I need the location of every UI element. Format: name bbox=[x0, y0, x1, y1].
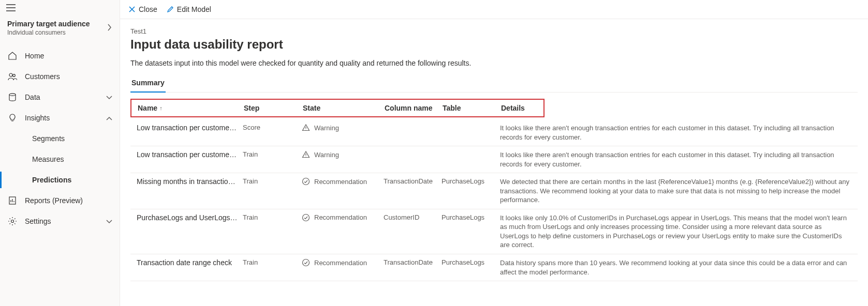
tab-strip: Summary bbox=[130, 74, 858, 93]
page-description: The datasets input into this model were … bbox=[130, 59, 858, 67]
people-icon bbox=[7, 71, 18, 82]
chevron-right-icon bbox=[107, 24, 112, 33]
cell-state: Recommendation bbox=[302, 258, 384, 267]
nav-home[interactable]: Home bbox=[0, 45, 120, 66]
svg-point-0 bbox=[9, 73, 12, 76]
cell-state-label: Recommendation bbox=[314, 178, 367, 186]
table-row[interactable]: Low transaction per customer (s...TrainW… bbox=[130, 146, 858, 173]
report-icon bbox=[7, 195, 18, 206]
nav-label: Data bbox=[25, 93, 106, 101]
tab-summary[interactable]: Summary bbox=[130, 74, 166, 92]
cell-step: Train bbox=[243, 177, 302, 185]
svg-point-4 bbox=[11, 220, 14, 223]
table-row[interactable]: Missing months in transactions ...TrainR… bbox=[130, 173, 858, 209]
col-header-table[interactable]: Table bbox=[443, 104, 501, 112]
breadcrumb: Test1 bbox=[130, 27, 858, 35]
col-header-state[interactable]: State bbox=[303, 104, 385, 112]
cell-column: CustomerID bbox=[384, 213, 442, 221]
nav-settings[interactable]: Settings bbox=[0, 211, 120, 232]
cell-state: Recommendation bbox=[302, 213, 384, 222]
audience-title: Primary target audience bbox=[7, 20, 90, 28]
edit-model-button[interactable]: Edit Model bbox=[167, 5, 211, 13]
svg-point-2 bbox=[9, 94, 16, 96]
data-icon bbox=[7, 92, 18, 102]
hamburger-icon bbox=[6, 4, 16, 11]
nav-predictions[interactable]: Predictions bbox=[0, 170, 120, 190]
cell-table: PurchaseLogs bbox=[442, 258, 500, 266]
nav-reports[interactable]: Reports (Preview) bbox=[0, 190, 120, 211]
cell-step: Train bbox=[243, 150, 302, 158]
table-row[interactable]: Low transaction per customer (s...ScoreW… bbox=[130, 119, 858, 146]
cell-step: Train bbox=[243, 258, 302, 266]
cell-state: Warning bbox=[302, 150, 384, 159]
cell-name: Low transaction per customer (s... bbox=[137, 124, 243, 132]
nav-customers[interactable]: Customers bbox=[0, 66, 120, 87]
cell-state-label: Recommendation bbox=[314, 259, 367, 267]
cell-column: TransactionDate bbox=[384, 258, 442, 266]
nav-label: Home bbox=[25, 52, 112, 60]
page-title: Input data usability report bbox=[130, 37, 858, 52]
cell-name: Low transaction per customer (s... bbox=[137, 150, 243, 159]
cell-state-label: Recommendation bbox=[314, 213, 367, 221]
nav-label: Insights bbox=[25, 114, 106, 122]
sidebar: Primary target audience Individual consu… bbox=[0, 0, 120, 306]
command-bar: Close Edit Model bbox=[120, 0, 868, 19]
cell-details: Data history spans more than 10 years. W… bbox=[500, 258, 851, 277]
recommendation-icon bbox=[302, 258, 310, 267]
cell-details: We detected that there are certain month… bbox=[500, 177, 851, 205]
cell-details: It looks like there aren't enough transa… bbox=[500, 124, 851, 142]
table-row[interactable]: Transaction date range checkTrainRecomme… bbox=[130, 254, 858, 281]
close-icon bbox=[128, 6, 136, 13]
close-button[interactable]: Close bbox=[128, 5, 157, 13]
warning-icon bbox=[302, 124, 310, 132]
chevron-down-icon bbox=[106, 93, 112, 101]
audience-switcher[interactable]: Primary target audience Individual consu… bbox=[0, 14, 120, 43]
cell-state-label: Warning bbox=[314, 151, 339, 159]
cell-table: PurchaseLogs bbox=[442, 177, 500, 185]
grid-header-row: Name ↑ Step State Column name Table Deta… bbox=[130, 99, 545, 117]
nav-label: Segments bbox=[32, 134, 112, 143]
cell-state: Warning bbox=[302, 124, 384, 132]
nav-insights[interactable]: Insights bbox=[0, 108, 120, 128]
recommendation-icon bbox=[302, 213, 310, 222]
recommendation-icon bbox=[302, 177, 310, 186]
cell-state-label: Warning bbox=[314, 124, 339, 132]
chevron-up-icon bbox=[106, 114, 112, 122]
svg-point-6 bbox=[303, 214, 310, 221]
cell-step: Score bbox=[243, 124, 302, 131]
warning-icon bbox=[302, 150, 310, 159]
cell-table: PurchaseLogs bbox=[442, 213, 500, 221]
nav-label: Reports (Preview) bbox=[25, 196, 112, 205]
nav-segments[interactable]: Segments bbox=[0, 128, 120, 149]
nav-measures[interactable]: Measures bbox=[0, 149, 120, 170]
svg-point-1 bbox=[13, 74, 16, 77]
nav-label: Customers bbox=[25, 72, 112, 81]
hamburger-button[interactable] bbox=[0, 0, 120, 14]
col-header-name[interactable]: Name ↑ bbox=[138, 104, 244, 112]
audience-subtitle: Individual consumers bbox=[7, 29, 90, 36]
chevron-down-icon bbox=[106, 217, 112, 225]
svg-point-7 bbox=[303, 259, 310, 266]
table-row[interactable]: PurchaseLogs and UserLogs cus...TrainRec… bbox=[130, 209, 858, 254]
cell-column: TransactionDate bbox=[384, 177, 442, 185]
nav-data[interactable]: Data bbox=[0, 87, 120, 108]
main-content: Close Edit Model Test1 Input data usabil… bbox=[120, 0, 868, 306]
sort-asc-icon: ↑ bbox=[159, 105, 163, 111]
home-icon bbox=[7, 51, 18, 61]
cell-step: Train bbox=[243, 213, 302, 221]
col-header-details[interactable]: Details bbox=[501, 104, 532, 112]
svg-point-5 bbox=[303, 178, 310, 185]
cell-name: PurchaseLogs and UserLogs cus... bbox=[137, 213, 243, 222]
col-header-name-label: Name bbox=[138, 104, 157, 112]
cell-details: It looks like only 10.0% of CustomerIDs … bbox=[500, 213, 851, 250]
cell-name: Missing months in transactions ... bbox=[137, 177, 243, 186]
nav-label: Measures bbox=[32, 155, 112, 163]
close-label: Close bbox=[139, 5, 157, 13]
col-header-column[interactable]: Column name bbox=[385, 104, 443, 112]
gear-icon bbox=[7, 216, 18, 226]
lightbulb-icon bbox=[7, 113, 18, 123]
grid-body: Low transaction per customer (s...ScoreW… bbox=[130, 119, 858, 281]
cell-details: It looks like there aren't enough transa… bbox=[500, 150, 851, 169]
col-header-step[interactable]: Step bbox=[244, 104, 303, 112]
edit-label: Edit Model bbox=[177, 5, 211, 13]
